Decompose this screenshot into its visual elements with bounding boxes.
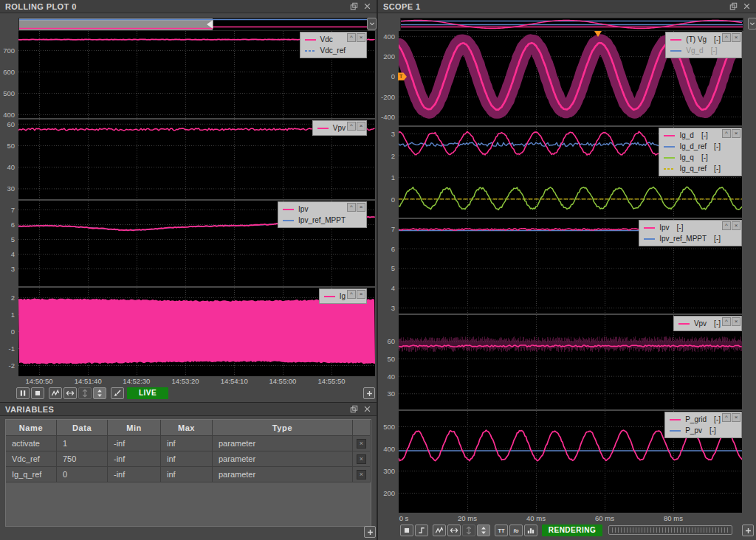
legend-unit: [-]	[701, 131, 708, 139]
delete-variable-button[interactable]: ×	[357, 439, 366, 449]
variable-cell: parameter	[213, 436, 353, 451]
collapse-legend-button[interactable]: ^	[722, 221, 731, 230]
variables-titlebar[interactable]: VARIABLES	[0, 403, 377, 416]
vg-legend: (T) Vg[-]Vg_d[-]^×	[665, 32, 742, 58]
legend-label: Ipv_ref_MPPT	[298, 216, 346, 224]
y-tick-label: 1	[0, 311, 15, 319]
close-legend-button[interactable]: ×	[732, 33, 740, 42]
trigger-settings-button[interactable]	[415, 525, 428, 536]
close-button[interactable]	[363, 2, 371, 10]
cursors-button[interactable]: TT	[495, 525, 508, 536]
y-tick-label: 5	[378, 264, 395, 272]
rolling-plot-titlebar[interactable]: ROLLING PLOT 0	[0, 0, 377, 13]
fft-button[interactable]: fo	[509, 525, 523, 536]
y-tick-label: 30	[378, 390, 395, 398]
collapse-legend-button[interactable]: ^	[722, 413, 731, 422]
svg-text:TT: TT	[498, 527, 505, 534]
fit-horizontal-button[interactable]	[447, 525, 461, 536]
brush-button[interactable]	[111, 387, 124, 399]
trace-mode-button[interactable]	[49, 387, 62, 399]
collapse-legend-button[interactable]: ^	[347, 290, 356, 299]
float-button[interactable]	[350, 2, 358, 10]
live-indicator-button[interactable]: LIVE	[127, 387, 168, 399]
collapse-legend-button[interactable]: ^	[347, 203, 356, 212]
variable-cell: inf	[161, 451, 213, 467]
legend-buttons: ^×	[722, 129, 740, 138]
stop-button[interactable]	[400, 525, 413, 536]
close-legend-button[interactable]: ×	[732, 317, 740, 326]
rolling-overview-canvas[interactable]	[19, 18, 367, 30]
variable-data-cell[interactable]: 1	[57, 436, 108, 451]
legend-item[interactable]: Ig_d_ref[-]	[664, 141, 737, 152]
overview-range-dropdown[interactable]	[748, 18, 756, 30]
legend-item[interactable]: Ipv_ref_MPPT[-]	[644, 233, 737, 244]
scope-scrub-slider[interactable]	[608, 525, 732, 535]
y-tick-label: 0	[378, 195, 395, 204]
close-button[interactable]	[743, 2, 751, 10]
close-button[interactable]	[363, 405, 371, 413]
add-variable-button[interactable]	[364, 526, 376, 538]
close-legend-button[interactable]: ×	[732, 129, 740, 138]
y-tick-label: 600	[0, 68, 15, 76]
collapse-legend-button[interactable]: ^	[347, 122, 356, 131]
legend-item[interactable]: Vdc_ref	[305, 45, 362, 56]
legend-label: Ig	[340, 292, 346, 300]
scope-titlebar[interactable]: SCOPE 1	[378, 0, 756, 13]
trigger-time-marker[interactable]	[594, 31, 602, 37]
add-plot-button[interactable]	[363, 387, 375, 399]
x-tick-label: 14:53:20	[172, 377, 199, 385]
delete-variable-button[interactable]: ×	[357, 470, 366, 480]
close-legend-button[interactable]: ×	[357, 33, 365, 42]
y-tick-label: 200	[378, 52, 395, 60]
fit-horizontal-button[interactable]	[63, 387, 77, 399]
close-legend-button[interactable]: ×	[732, 221, 740, 230]
collapse-legend-button[interactable]: ^	[722, 33, 731, 42]
add-plot-button[interactable]	[742, 525, 754, 536]
legend-buttons: ^×	[722, 33, 740, 42]
y-tick-label: 4	[378, 284, 395, 292]
legend-label: Ipv	[659, 224, 669, 232]
pause-button[interactable]	[16, 387, 30, 399]
float-button[interactable]	[350, 405, 358, 413]
scope-overview-canvas[interactable]	[401, 18, 743, 30]
collapse-legend-button[interactable]: ^	[347, 33, 356, 42]
autoscale-y-button[interactable]	[477, 525, 490, 536]
legend-line-sample	[317, 128, 329, 129]
legend-buttons: ^×	[347, 122, 365, 131]
legend-item[interactable]: Ig_q[-]	[664, 152, 737, 163]
close-legend-button[interactable]: ×	[357, 122, 365, 131]
stop-button[interactable]	[31, 387, 44, 399]
svg-text:fo: fo	[514, 527, 519, 534]
trace-mode-button[interactable]	[433, 525, 446, 536]
scope-overview-strip[interactable]	[400, 18, 743, 31]
rolling-overview-strip[interactable]	[18, 18, 368, 31]
legend-unit: [-]	[714, 35, 721, 44]
autoscale-y-button[interactable]	[93, 387, 106, 399]
legend-item[interactable]: Ig_q_ref[-]	[664, 163, 737, 174]
table-header-actions	[353, 420, 371, 436]
variable-data-cell[interactable]: 750	[57, 451, 108, 467]
variable-data-cell[interactable]: 0	[57, 467, 108, 482]
collapse-legend-button[interactable]: ^	[722, 129, 731, 138]
float-button[interactable]	[729, 2, 738, 10]
y-tick-label: 60	[378, 337, 395, 345]
overview-range-dropdown[interactable]	[367, 18, 377, 30]
ig-legend: Ig^×	[319, 288, 367, 304]
x-tick-label: 40 ms	[526, 514, 546, 522]
delete-variable-button[interactable]: ×	[357, 454, 366, 464]
rendering-indicator-button[interactable]: RENDERING	[542, 525, 602, 536]
collapse-legend-button[interactable]: ^	[722, 317, 731, 326]
close-legend-button[interactable]: ×	[732, 413, 740, 422]
rolling-plot-panel: ROLLING PLOT 0 LIVE 700600500400VdcVdc_r…	[0, 0, 377, 402]
histogram-button[interactable]	[524, 525, 537, 536]
variable-name-cell: activate	[6, 436, 57, 451]
legend-item[interactable]: P_pv[-]	[670, 425, 737, 436]
legend-unit: [-]	[714, 319, 721, 328]
legend-unit: [-]	[677, 224, 684, 232]
close-legend-button[interactable]: ×	[357, 203, 365, 212]
application-window: ROLLING PLOT 0 LIVE 700600500400VdcVdc_r…	[0, 0, 756, 540]
legend-item[interactable]: Ipv_ref_MPPT	[283, 215, 362, 226]
legend-item[interactable]: Vg_d[-]	[670, 45, 737, 56]
close-legend-button[interactable]: ×	[357, 290, 365, 299]
panel-title: VARIABLES	[0, 405, 350, 414]
